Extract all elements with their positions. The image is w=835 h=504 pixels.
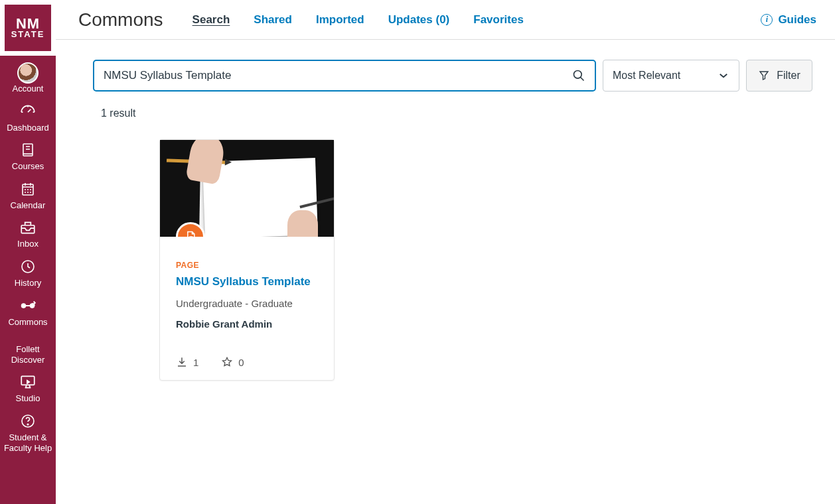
tab-shared[interactable]: Shared bbox=[254, 13, 292, 27]
sort-select[interactable]: Most Relevant bbox=[603, 60, 739, 92]
avatar-icon bbox=[17, 62, 38, 84]
downloads-count: 1 bbox=[193, 357, 198, 368]
share-icon bbox=[19, 296, 37, 315]
tab-updates[interactable]: Updates (0) bbox=[388, 13, 450, 27]
results-grid: PAGE NMSU Syllabus Template Undergraduat… bbox=[93, 139, 812, 381]
sort-selected-label: Most Relevant bbox=[613, 70, 680, 82]
nav-label: Calendar bbox=[11, 200, 46, 211]
tab-imported[interactable]: Imported bbox=[316, 13, 364, 27]
search-icon bbox=[572, 69, 585, 82]
tab-favorites[interactable]: Favorites bbox=[473, 13, 524, 27]
institution-logo[interactable]: NM STATE bbox=[0, 0, 56, 56]
filter-icon bbox=[758, 70, 770, 82]
card-author: Robbie Grant Admin bbox=[176, 318, 318, 330]
gauge-icon bbox=[19, 102, 37, 121]
logo-text-top: NM bbox=[16, 17, 40, 31]
nav-history[interactable]: History bbox=[0, 253, 56, 292]
nav-label: Studio bbox=[16, 393, 40, 404]
downloads-stat: 1 bbox=[176, 356, 198, 368]
nav-courses[interactable]: Courses bbox=[0, 137, 56, 176]
nav-commons[interactable]: Commons bbox=[0, 292, 56, 332]
svg-point-8 bbox=[27, 424, 29, 425]
book-icon bbox=[19, 141, 37, 159]
nav-inbox[interactable]: Inbox bbox=[0, 214, 56, 253]
favorites-count: 0 bbox=[238, 357, 244, 368]
chevron-down-icon bbox=[718, 70, 729, 82]
nav-calendar[interactable]: Calendar bbox=[0, 176, 56, 215]
clock-icon bbox=[19, 257, 37, 276]
filter-label: Filter bbox=[777, 70, 800, 82]
page-title: Commons bbox=[78, 9, 163, 31]
card-type-label: PAGE bbox=[176, 261, 318, 270]
svg-point-4 bbox=[21, 303, 26, 308]
star-icon bbox=[221, 356, 233, 368]
card-stats: 1 0 bbox=[176, 356, 318, 368]
tab-search[interactable]: Search bbox=[192, 13, 230, 27]
nav-follett-discover[interactable]: Follett Discover bbox=[0, 340, 56, 369]
favorites-stat: 0 bbox=[221, 356, 244, 368]
result-card[interactable]: PAGE NMSU Syllabus Template Undergraduat… bbox=[159, 139, 335, 381]
nav-label: History bbox=[15, 278, 41, 288]
nav-label: Student & Faculty Help bbox=[1, 432, 54, 453]
info-icon: i bbox=[761, 14, 773, 26]
nav-label: Follett Discover bbox=[1, 344, 54, 365]
nav-studio[interactable]: Studio bbox=[0, 369, 56, 408]
svg-rect-2 bbox=[21, 225, 35, 233]
download-icon bbox=[176, 356, 188, 368]
nav-label: Inbox bbox=[17, 239, 38, 249]
card-title-link[interactable]: NMSU Syllabus Template bbox=[176, 275, 318, 288]
inbox-icon bbox=[19, 218, 37, 237]
nav-help[interactable]: Student & Faculty Help bbox=[0, 408, 56, 457]
card-thumbnail bbox=[160, 140, 334, 237]
content-area: Most Relevant Filter 1 result bbox=[56, 40, 835, 401]
svg-point-9 bbox=[574, 71, 582, 79]
search-submit-button[interactable] bbox=[572, 69, 585, 82]
nav-label: Account bbox=[13, 84, 44, 94]
calendar-icon bbox=[19, 180, 37, 198]
logo-text-bottom: STATE bbox=[11, 30, 45, 38]
help-icon bbox=[19, 412, 37, 430]
card-level: Undergraduate - Graduate bbox=[176, 298, 318, 309]
guides-label: Guides bbox=[778, 13, 816, 27]
nav-label: Dashboard bbox=[7, 123, 49, 133]
guides-link[interactable]: i Guides bbox=[761, 13, 816, 27]
nav-account[interactable]: Account bbox=[0, 56, 56, 98]
commons-tabs: Search Shared Imported Updates (0) Favor… bbox=[192, 13, 524, 27]
nav-label: Courses bbox=[12, 161, 44, 172]
global-nav: NM STATE Account Dashboard Courses bbox=[0, 0, 56, 504]
nav-label: Commons bbox=[8, 317, 47, 328]
search-row: Most Relevant Filter bbox=[93, 60, 812, 92]
card-body: PAGE NMSU Syllabus Template Undergraduat… bbox=[160, 237, 334, 380]
main-region: Commons Search Shared Imported Updates (… bbox=[56, 0, 835, 504]
nav-dashboard[interactable]: Dashboard bbox=[0, 98, 56, 137]
search-input[interactable] bbox=[104, 69, 572, 82]
search-field-wrap bbox=[93, 60, 596, 92]
result-count: 1 result bbox=[101, 107, 812, 119]
screen-icon bbox=[19, 373, 37, 391]
filter-button[interactable]: Filter bbox=[746, 60, 812, 92]
commons-topbar: Commons Search Shared Imported Updates (… bbox=[56, 0, 835, 40]
